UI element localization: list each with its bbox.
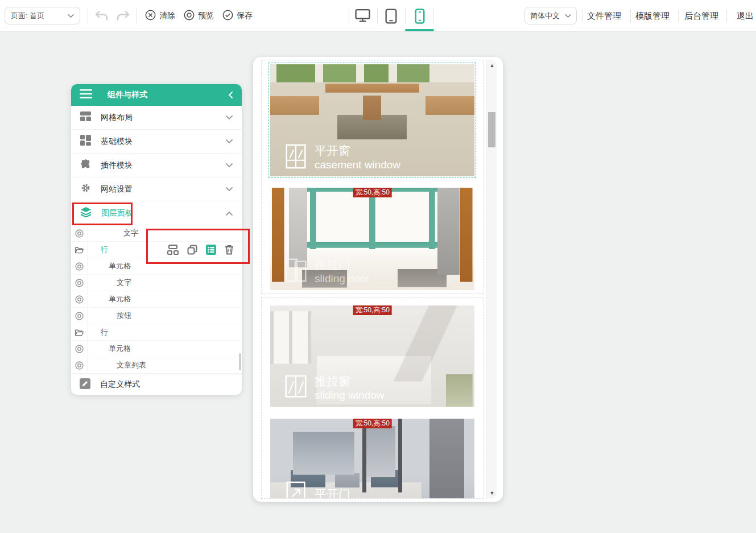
- divider: [678, 10, 679, 22]
- template-manage-link[interactable]: 模版管理: [635, 0, 670, 32]
- duplicate-icon[interactable]: [187, 245, 197, 255]
- preview-scrollbar[interactable]: ▲ ▼: [486, 60, 497, 499]
- layer-row-cell[interactable]: 单元格: [71, 258, 242, 275]
- chevron-down-icon: [68, 11, 74, 20]
- eye-icon[interactable]: [71, 275, 88, 291]
- folder-icon[interactable]: [71, 242, 88, 258]
- preview-button[interactable]: 预览: [184, 0, 214, 32]
- tree-scrollbar-thumb[interactable]: [239, 353, 241, 370]
- card-label: 推拉门 sliding door: [283, 257, 370, 286]
- scroll-up-icon[interactable]: ▲: [487, 61, 497, 70]
- redo-icon[interactable]: [116, 10, 130, 24]
- chevron-up-icon: [226, 211, 233, 216]
- layer-row-row-selected[interactable]: 行: [71, 242, 242, 258]
- casement-door-icon: [283, 480, 309, 499]
- size-badge: 宽:50,高:50: [353, 188, 392, 197]
- language-select-label: 简体中文: [530, 11, 560, 21]
- divider: [405, 9, 406, 23]
- eye-icon[interactable]: [71, 291, 88, 307]
- layer-row-article-list[interactable]: 文章列表: [71, 357, 242, 374]
- panel-title: 组件与样式: [108, 90, 147, 100]
- clear-button[interactable]: 清除: [145, 0, 175, 32]
- card-title: 推拉门: [315, 257, 370, 272]
- save-button[interactable]: 保存: [222, 0, 253, 32]
- preview-card-sliding-door[interactable]: 宽:50,高:50 推拉门 sliding door: [270, 188, 474, 290]
- row-section[interactable]: 宽:50,高:50 推拉窗 sliding window 宽:50,高:50 平…: [261, 298, 484, 499]
- edit-icon: [80, 378, 90, 391]
- card-subtitle: sliding window: [315, 389, 385, 402]
- folder-icon[interactable]: [71, 324, 88, 340]
- hamburger-icon[interactable]: [80, 89, 92, 101]
- collapse-panel-icon[interactable]: [228, 92, 233, 98]
- exit-link[interactable]: 退出: [737, 0, 754, 32]
- eye-icon[interactable]: [71, 258, 88, 274]
- layer-row-cell[interactable]: 单元格: [71, 291, 242, 308]
- size-badge: 宽:50,高:50: [353, 419, 392, 428]
- divider: [137, 9, 137, 23]
- eye-icon[interactable]: [71, 225, 88, 241]
- circle-ring-icon: [184, 10, 195, 22]
- active-device-underline: [405, 29, 434, 31]
- section-grid-layout[interactable]: 网格布局: [71, 106, 242, 130]
- layer-tree: 文字 行 单元格 文字 单元格 按钮: [71, 225, 242, 374]
- save-label: 保存: [237, 11, 253, 21]
- sliding-door-icon: [283, 257, 309, 286]
- mobile-preview-panel: 平开窗 casement window 宽:50,高:50 推拉门 slidin…: [253, 57, 503, 502]
- divider: [433, 9, 434, 23]
- page-select-label: 页面: 首页: [11, 11, 44, 21]
- card-subtitle: casement window: [315, 158, 400, 172]
- layer-row-text[interactable]: 文字: [71, 275, 242, 291]
- card-label: 平开门: [283, 480, 350, 499]
- components-panel: 组件与样式 网格布局 基础模块 插件模块 网站设置 图层面板 文字 行: [71, 84, 242, 395]
- eye-icon[interactable]: [71, 357, 88, 373]
- gear-icon: [80, 183, 91, 196]
- scroll-down-icon[interactable]: ▼: [487, 489, 497, 498]
- preview-card-sliding-window[interactable]: 宽:50,高:50 推拉窗 sliding window: [270, 305, 474, 407]
- eye-icon[interactable]: [71, 308, 88, 324]
- custom-style-button[interactable]: 自定义样式: [71, 374, 242, 395]
- row-section[interactable]: 平开窗 casement window 宽:50,高:50 推拉门 slidin…: [261, 60, 484, 294]
- layer-row-row[interactable]: 行: [71, 324, 242, 341]
- divider: [349, 9, 349, 23]
- mobile-icon[interactable]: [415, 9, 425, 26]
- language-select[interactable]: 简体中文: [524, 7, 577, 24]
- preview-canvas[interactable]: 平开窗 casement window 宽:50,高:50 推拉门 slidin…: [261, 60, 484, 499]
- eye-icon[interactable]: [71, 341, 88, 357]
- layer-action-bar: [167, 242, 242, 258]
- puzzle-icon: [80, 159, 91, 172]
- clear-label: 清除: [159, 11, 175, 21]
- undo-icon[interactable]: [94, 10, 109, 24]
- structure-icon[interactable]: [167, 245, 179, 255]
- divider: [726, 10, 727, 22]
- section-basic-modules[interactable]: 基础模块: [71, 130, 242, 154]
- layer-row-button[interactable]: 按钮: [71, 308, 242, 324]
- circle-check-icon: [222, 10, 233, 22]
- layer-row-text[interactable]: 文字: [71, 225, 242, 242]
- backend-manage-link[interactable]: 后台管理: [684, 0, 718, 32]
- page-select[interactable]: 页面: 首页: [5, 7, 80, 24]
- circle-x-icon: [145, 10, 156, 22]
- desktop-icon[interactable]: [355, 9, 370, 25]
- file-manage-link[interactable]: 文件管理: [587, 0, 621, 32]
- section-site-settings[interactable]: 网站设置: [71, 177, 242, 201]
- grid-layout-icon: [80, 111, 91, 124]
- card-subtitle: sliding door: [315, 272, 370, 286]
- layer-row-cell[interactable]: 单元格: [71, 341, 242, 357]
- preview-card-casement-window[interactable]: 平开窗 casement window: [270, 64, 474, 176]
- preview-card-casement-door[interactable]: 宽:50,高:50 平开门: [270, 419, 474, 499]
- basic-modules-icon: [80, 135, 91, 148]
- chevron-down-icon: [565, 11, 571, 20]
- scrollbar-thumb[interactable]: [488, 112, 495, 147]
- section-layer-panel[interactable]: 图层面板: [71, 201, 242, 225]
- card-label: 平开窗 casement window: [283, 143, 400, 172]
- card-title: 平开窗: [315, 143, 400, 158]
- size-badge: 宽:50,高:50: [353, 305, 392, 315]
- chevron-down-icon: [226, 139, 233, 144]
- tablet-icon[interactable]: [385, 9, 397, 26]
- layers-icon: [80, 207, 92, 220]
- section-plugin-modules[interactable]: 插件模块: [71, 154, 242, 177]
- trash-icon[interactable]: [225, 245, 234, 255]
- preview-label: 预览: [198, 11, 214, 21]
- card-title: 推拉窗: [315, 374, 385, 389]
- table-icon[interactable]: [206, 245, 216, 255]
